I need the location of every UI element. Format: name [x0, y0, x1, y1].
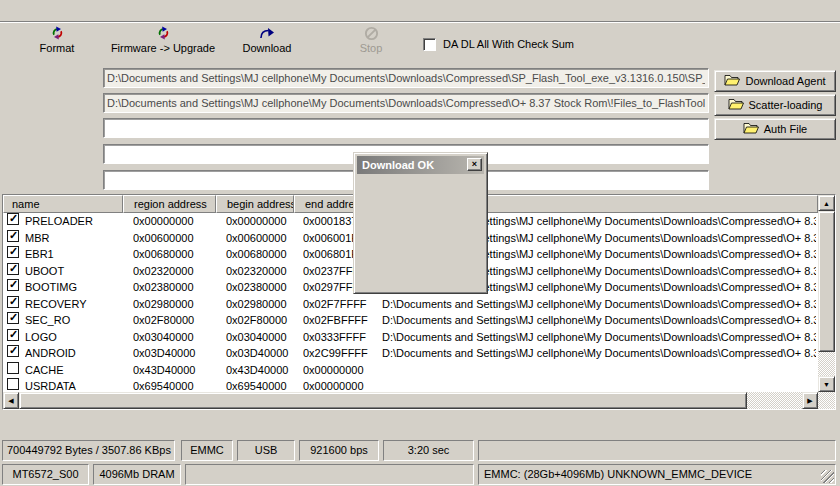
row-checkbox[interactable]: ✓	[7, 213, 19, 225]
cell-begin-address: 0x43D40000	[226, 362, 300, 379]
check-icon: ✓	[9, 312, 18, 324]
row-checkbox[interactable]: ✓	[7, 263, 19, 275]
checkbox-unchecked-icon	[423, 38, 436, 51]
folder-open-icon	[728, 98, 744, 112]
row-checkbox[interactable]: ✓	[7, 329, 19, 341]
status-emmc-info: EMMC: (28Gb+4096Mb) UNKNOWN_EMMC_DEVICE	[478, 464, 836, 485]
cell-location: D:\Documents and Settings\MJ cellphone\M…	[382, 345, 816, 362]
folder-open-icon	[743, 122, 759, 136]
cell-name: PRELOADER	[25, 213, 121, 230]
cell-begin-address: 0x03040000	[226, 329, 300, 346]
da-dl-checksum-label: DA DL All With Check Sum	[443, 38, 574, 50]
da-file-path-field[interactable]	[103, 68, 709, 88]
cell-region-address: 0x02F80000	[133, 312, 215, 329]
download-label: Download	[230, 42, 304, 54]
check-icon: ✓	[9, 279, 18, 291]
vertical-scrollbar[interactable]: ▲ ▼	[818, 195, 835, 392]
horizontal-scrollbar-thumb[interactable]	[19, 392, 747, 409]
cell-name: RECOVERY	[25, 296, 121, 313]
resize-grip[interactable]	[821, 470, 834, 483]
scroll-up-icon[interactable]: ▲	[818, 195, 835, 211]
menu-strip	[0, 0, 840, 22]
check-icon: ✓	[9, 345, 18, 357]
cell-end-address: 0x0333FFFF	[303, 329, 379, 346]
check-icon: ✓	[9, 213, 18, 225]
download-button[interactable]: Download	[230, 24, 304, 58]
cell-name: CACHE	[25, 362, 121, 379]
table-row[interactable]: ✓ ANDROID 0x03D40000 0x03D40000 0x2C99FF…	[3, 345, 818, 362]
horizontal-scrollbar[interactable]: ◀ ▶	[3, 392, 818, 409]
check-icon: ✓	[9, 263, 18, 275]
cell-begin-address: 0x69540000	[226, 378, 300, 392]
cell-location: D:\Documents and Settings\MJ cellphone\M…	[382, 296, 816, 313]
sp-flash-tool-window: Format Firmware -> Upgrade Download	[0, 0, 840, 486]
folder-open-icon	[724, 74, 740, 88]
header-begin-address[interactable]: begin address	[216, 195, 294, 213]
table-row[interactable]: USRDATA 0x69540000 0x69540000 0x00000000	[3, 378, 818, 392]
cell-end-address: 0x00000000	[303, 362, 379, 379]
cell-name: BOOTIMG	[25, 279, 121, 296]
table-row[interactable]: CACHE 0x43D40000 0x43D40000 0x00000000	[3, 362, 818, 379]
status-chipset: MT6572_S00	[2, 464, 89, 485]
row-checkbox[interactable]: ✓	[7, 312, 19, 324]
scroll-right-icon[interactable]: ▶	[802, 392, 818, 409]
check-icon: ✓	[9, 296, 18, 308]
da-dl-checksum-checkbox[interactable]: DA DL All With Check Sum	[423, 37, 574, 51]
table-row[interactable]: ✓ SEC_RO 0x02F80000 0x02F80000 0x02FBFFF…	[3, 312, 818, 329]
firmware-refresh-icon	[102, 26, 224, 40]
auth-file-button[interactable]: Auth File	[714, 118, 836, 140]
table-row[interactable]: ✓ LOGO 0x03040000 0x03040000 0x0333FFFF …	[3, 329, 818, 346]
firmware-upgrade-button[interactable]: Firmware -> Upgrade	[102, 24, 224, 58]
check-icon: ✓	[9, 246, 18, 258]
download-agent-label: Download Agent	[745, 75, 825, 87]
row-checkbox[interactable]	[7, 362, 19, 374]
status-dram: 4096Mb DRAM	[93, 464, 181, 485]
cell-begin-address: 0x02380000	[226, 279, 300, 296]
vertical-scrollbar-thumb[interactable]	[818, 211, 835, 352]
table-row[interactable]: ✓ RECOVERY 0x02980000 0x02980000 0x02F7F…	[3, 296, 818, 313]
cell-region-address: 0x03D40000	[133, 345, 215, 362]
row-checkbox[interactable]: ✓	[7, 345, 19, 357]
scatter-file-path-field[interactable]	[103, 93, 709, 113]
auth-file-path-field[interactable]	[103, 118, 709, 138]
download-agent-button[interactable]: Download Agent	[714, 70, 836, 92]
cell-name: EBR1	[25, 246, 121, 263]
stop-button[interactable]: Stop	[345, 24, 397, 58]
cell-name: UBOOT	[25, 263, 121, 280]
row-checkbox[interactable]: ✓	[7, 296, 19, 308]
download-arrow-icon	[230, 26, 304, 40]
download-ok-dialog: Download OK ×	[353, 152, 488, 294]
row-checkbox[interactable]: ✓	[7, 230, 19, 242]
scrollbar-corner	[818, 392, 835, 409]
check-icon: ✓	[9, 329, 18, 341]
cell-name: LOGO	[25, 329, 121, 346]
row-checkbox[interactable]: ✓	[7, 279, 19, 291]
stop-label: Stop	[345, 42, 397, 54]
cell-begin-address: 0x02980000	[226, 296, 300, 313]
dialog-titlebar[interactable]: Download OK ×	[357, 156, 484, 174]
status-baud-rate: 921600 bps	[299, 440, 379, 461]
scroll-down-icon[interactable]: ▼	[818, 376, 835, 392]
format-button[interactable]: Format	[28, 24, 86, 58]
status-bar-top: 700449792 Bytes / 3507.86 KBps EMMC USB …	[0, 440, 840, 461]
status-interface: USB	[237, 440, 295, 461]
status-elapsed-time: 3:20 sec	[383, 440, 474, 461]
toolbar: Format Firmware -> Upgrade Download	[0, 24, 840, 62]
firmware-upgrade-label: Firmware -> Upgrade	[102, 42, 224, 54]
cell-begin-address: 0x00680000	[226, 246, 300, 263]
row-checkbox[interactable]	[7, 378, 19, 390]
cell-end-address: 0x2C99FFFF	[303, 345, 379, 362]
scatter-loading-button[interactable]: Scatter-loading	[714, 94, 836, 116]
row-checkbox[interactable]: ✓	[7, 246, 19, 258]
status-extra-bottom	[185, 464, 474, 485]
scroll-left-icon[interactable]: ◀	[3, 392, 19, 409]
cell-region-address: 0x43D40000	[133, 362, 215, 379]
header-name[interactable]: name	[3, 195, 123, 213]
cell-end-address: 0x02FBFFFF	[303, 312, 379, 329]
header-region-address[interactable]: region address	[123, 195, 216, 213]
cell-region-address: 0x00680000	[133, 246, 215, 263]
cell-region-address: 0x02320000	[133, 263, 215, 280]
dialog-close-icon[interactable]: ×	[467, 158, 482, 171]
cell-location: D:\Documents and Settings\MJ cellphone\M…	[382, 329, 816, 346]
cell-name: USRDATA	[25, 378, 121, 392]
